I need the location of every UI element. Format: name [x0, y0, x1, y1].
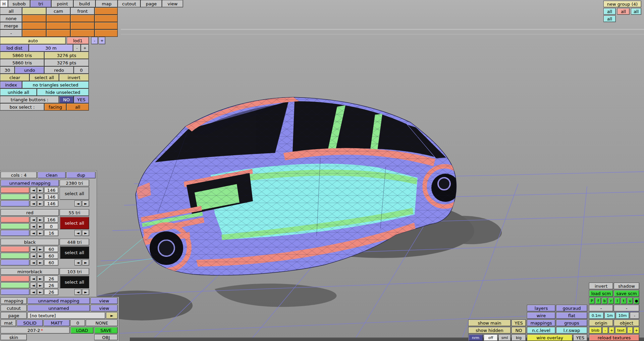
nc-level-button[interactable]: n.c.level	[527, 327, 555, 334]
dup-button[interactable]: dup	[66, 172, 96, 178]
axis-l-button[interactable]: l	[614, 297, 620, 304]
dash-button[interactable]: -	[614, 305, 639, 311]
palette-cell[interactable]	[70, 22, 95, 30]
undo-button[interactable]: undo	[15, 66, 44, 74]
gouraud-button[interactable]: gouraud	[556, 305, 587, 311]
wire-overlay-toggle[interactable]: YES	[573, 334, 587, 341]
show-main-toggle[interactable]: YES	[512, 320, 526, 326]
color-swatch-red[interactable]	[1, 187, 30, 193]
swatch-next-button[interactable]: ►	[37, 201, 44, 207]
color-swatch-green[interactable]	[1, 223, 30, 229]
lod-minus-button[interactable]: -	[91, 37, 98, 44]
swatch-next-button[interactable]: ►	[37, 289, 44, 295]
show-main-button[interactable]: show main	[468, 320, 511, 326]
group-prev-button[interactable]: ◄	[74, 289, 82, 295]
nrm-big-button[interactable]: big	[512, 334, 526, 341]
color-swatch-green[interactable]	[1, 282, 30, 288]
mapping-name[interactable]: unnamed mapping	[28, 297, 90, 304]
mapping-view-button[interactable]: view	[91, 297, 118, 304]
new-group-button[interactable]: new group (4)	[603, 1, 641, 7]
palette-cell[interactable]	[95, 30, 118, 37]
swatch-next-button[interactable]: ►	[37, 260, 44, 266]
menu-item-subob[interactable]: subob	[8, 0, 30, 7]
lr-swap-button[interactable]: l.r.swap	[556, 327, 587, 334]
menu-item-h[interactable]: H	[0, 0, 8, 7]
group-all-button[interactable]: all	[617, 8, 630, 15]
group-prev-button[interactable]: ◄	[74, 230, 82, 236]
triangle-buttons-yes[interactable]: YES	[74, 96, 89, 103]
cutout-view-button[interactable]: view	[91, 305, 118, 311]
mappings-button[interactable]: mappings	[527, 320, 555, 326]
palette-cell[interactable]	[22, 15, 46, 22]
page-next-button[interactable]: ►	[106, 312, 118, 319]
obj-button[interactable]: OBJ	[94, 334, 118, 340]
wire-button[interactable]: wire	[527, 312, 555, 319]
group-select-all-button[interactable]: select all	[60, 276, 89, 288]
menu-item-point[interactable]: point	[51, 0, 73, 7]
color-swatch-blue[interactable]	[1, 201, 30, 207]
menu-item-page[interactable]: page	[141, 0, 162, 7]
swatch-prev-button[interactable]: ◄	[30, 276, 37, 282]
palette-cell[interactable]	[22, 7, 46, 15]
color-group-name[interactable]: unnamed mapping	[1, 180, 59, 186]
shadow-button[interactable]: shadow	[614, 283, 639, 289]
swatch-next-button[interactable]: ►	[37, 253, 44, 259]
invert-selection-button[interactable]: invert	[59, 74, 89, 81]
layers-button[interactable]: layers	[527, 305, 555, 311]
palette-cell[interactable]	[46, 15, 70, 22]
swatch-next-button[interactable]: ►	[37, 187, 44, 193]
clean-button[interactable]: clean	[38, 172, 66, 178]
dist-01m-button[interactable]: 0.1m	[589, 312, 604, 319]
dash-button[interactable]: -	[589, 305, 613, 311]
swatch-prev-button[interactable]: ◄	[30, 201, 37, 207]
lod-dist-minus-button[interactable]: -	[73, 44, 81, 52]
swatch-prev-button[interactable]: ◄	[30, 260, 37, 266]
swatch-next-button[interactable]: ►	[37, 217, 44, 223]
swatch-prev-button[interactable]: ◄	[30, 282, 37, 288]
grid-cam-button[interactable]: cam	[46, 7, 70, 15]
invert-button[interactable]: invert	[589, 283, 613, 289]
grid-minus-button[interactable]: -	[0, 30, 22, 37]
unhide-all-button[interactable]: unhide all	[0, 89, 37, 96]
object-button[interactable]: object	[614, 320, 639, 326]
show-hidden-toggle[interactable]: NO	[512, 327, 526, 334]
color-swatch-red[interactable]	[1, 276, 30, 282]
swatch-prev-button[interactable]: ◄	[30, 230, 37, 236]
cutout-name[interactable]: unnamed	[28, 305, 90, 311]
menu-item-view[interactable]: view	[162, 0, 183, 7]
nrm-sml-button[interactable]: sml	[498, 334, 511, 341]
palette-cell[interactable]	[46, 22, 70, 30]
palette-cell[interactable]	[70, 15, 95, 22]
color-group-name[interactable]: black	[1, 239, 59, 245]
axis-r-button[interactable]: r	[608, 297, 614, 304]
page-texture-select[interactable]: [no texture]	[28, 312, 105, 319]
palette-cell[interactable]	[46, 30, 70, 37]
show-hidden-button[interactable]: show hidden	[468, 327, 511, 334]
menu-item-tri[interactable]: tri	[30, 0, 51, 7]
box-select-all-button[interactable]: all	[66, 103, 89, 111]
wire-overlay-button[interactable]: wire overlay	[527, 334, 573, 341]
swatch-prev-button[interactable]: ◄	[30, 187, 37, 193]
dist-1m-button[interactable]: 1m	[604, 312, 615, 319]
group-select-all-button[interactable]: select all	[60, 217, 89, 229]
grid-none-button[interactable]: none	[0, 15, 22, 22]
axis-p-button[interactable]: P	[589, 297, 595, 304]
save-scm-button[interactable]: save scm	[614, 290, 639, 297]
swatch-next-button[interactable]: ►	[37, 223, 44, 229]
group-prev-button[interactable]: ◄	[74, 201, 82, 207]
swatch-prev-button[interactable]: ◄	[30, 223, 37, 229]
palette-cell[interactable]	[95, 7, 118, 15]
color-swatch-red[interactable]	[1, 246, 30, 252]
swatch-prev-button[interactable]: ◄	[30, 194, 37, 200]
clear-button[interactable]: clear	[0, 74, 30, 81]
nrm-button[interactable]: nrm	[468, 334, 483, 341]
text-button[interactable]: text	[615, 327, 627, 334]
axis-t-button[interactable]: t	[621, 297, 627, 304]
mat-solid-button[interactable]: SOLID	[17, 320, 43, 326]
palette-cell[interactable]	[95, 15, 118, 22]
swatch-prev-button[interactable]: ◄	[30, 289, 37, 295]
select-all-button[interactable]: select all	[30, 74, 59, 81]
lod-plus-button[interactable]: +	[99, 37, 105, 44]
grid-front-button[interactable]: front	[70, 7, 95, 15]
color-swatch-green[interactable]	[1, 194, 30, 200]
